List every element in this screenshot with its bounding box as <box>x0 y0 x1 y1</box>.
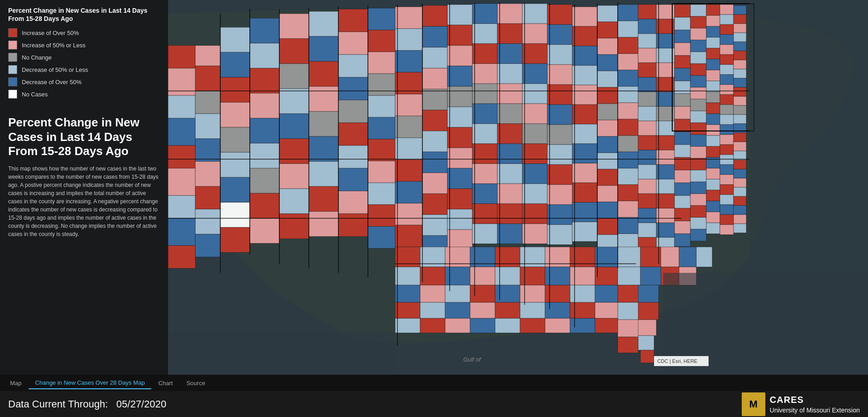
svg-rect-96 <box>422 194 447 215</box>
tab-chart[interactable]: Chart <box>152 377 179 389</box>
svg-rect-56 <box>338 32 368 55</box>
svg-rect-255 <box>690 16 706 28</box>
svg-rect-404 <box>570 318 595 333</box>
svg-rect-144 <box>522 184 547 204</box>
svg-rect-141 <box>522 124 547 144</box>
svg-rect-400 <box>470 318 495 333</box>
svg-rect-126 <box>497 64 522 84</box>
svg-rect-258 <box>690 52 706 64</box>
svg-rect-383 <box>495 285 520 302</box>
svg-rect-57 <box>338 55 368 77</box>
svg-rect-47 <box>309 36 338 61</box>
svg-rect-31 <box>250 93 279 118</box>
svg-rect-29 <box>250 43 279 68</box>
description: This map shows how the number of new cas… <box>8 165 160 238</box>
svg-rect-308 <box>720 135 734 145</box>
svg-rect-381 <box>445 285 470 302</box>
data-current-date: 05/27/2020 <box>116 398 166 410</box>
svg-rect-191 <box>618 86 638 103</box>
svg-rect-115 <box>472 84 497 104</box>
svg-rect-71 <box>368 139 395 161</box>
svg-rect-386 <box>570 285 595 302</box>
svg-rect-365 <box>595 267 618 285</box>
svg-rect-2 <box>168 68 195 95</box>
svg-rect-243 <box>675 106 690 119</box>
svg-rect-137 <box>522 44 547 64</box>
svg-rect-317 <box>720 225 734 235</box>
svg-rect-402 <box>520 318 545 333</box>
svg-rect-35 <box>250 193 279 218</box>
svg-rect-370 <box>618 285 640 302</box>
svg-rect-81 <box>395 116 422 138</box>
svg-rect-99 <box>447 5 472 25</box>
svg-rect-187 <box>618 21 638 37</box>
svg-rect-310 <box>720 155 734 165</box>
svg-rect-321 <box>734 33 746 42</box>
svg-rect-260 <box>690 75 706 87</box>
svg-rect-305 <box>720 105 734 115</box>
svg-rect-315 <box>720 205 734 215</box>
svg-rect-166 <box>572 144 597 163</box>
tab-source[interactable]: Source <box>180 377 211 389</box>
svg-rect-325 <box>734 69 746 78</box>
svg-rect-62 <box>338 168 368 191</box>
svg-rect-72 <box>368 161 395 183</box>
svg-rect-274 <box>706 5 720 15</box>
tab-change-in-new-cases-over-28-days-map[interactable]: Change in New Cases Over 28 Days Map <box>29 377 151 389</box>
legend-swatch <box>8 40 17 50</box>
svg-rect-208 <box>638 106 656 121</box>
svg-rect-21 <box>220 77 250 102</box>
svg-rect-124 <box>497 24 522 44</box>
svg-rect-227 <box>656 136 675 150</box>
svg-rect-101 <box>447 45 472 66</box>
svg-rect-73 <box>368 183 395 205</box>
svg-rect-108 <box>447 189 472 209</box>
svg-rect-293 <box>706 212 720 223</box>
svg-rect-128 <box>497 104 522 124</box>
svg-rect-337 <box>734 178 746 187</box>
svg-rect-119 <box>472 164 497 184</box>
svg-rect-360 <box>470 267 495 285</box>
svg-rect-371 <box>618 302 640 320</box>
svg-rect-194 <box>618 136 638 152</box>
svg-rect-271 <box>690 206 706 217</box>
svg-rect-353 <box>640 247 661 267</box>
svg-rect-403 <box>545 318 570 333</box>
legend-swatch <box>8 28 17 37</box>
svg-rect-135 <box>522 4 547 24</box>
svg-rect-230 <box>656 179 675 194</box>
svg-rect-203 <box>638 34 656 48</box>
svg-rect-127 <box>497 84 522 104</box>
svg-rect-401 <box>495 318 520 333</box>
svg-rect-15 <box>195 161 220 186</box>
svg-rect-306 <box>720 115 734 125</box>
svg-rect-44 <box>279 189 309 214</box>
svg-rect-397 <box>395 318 420 333</box>
svg-rect-87 <box>422 5 447 26</box>
svg-rect-148 <box>547 25 572 45</box>
svg-rect-251 <box>675 208 690 221</box>
svg-rect-51 <box>309 136 338 161</box>
svg-rect-390 <box>445 302 470 318</box>
svg-rect-373 <box>618 337 638 353</box>
svg-rect-162 <box>572 65 597 85</box>
svg-rect-42 <box>279 139 309 164</box>
tab-map[interactable]: Map <box>4 377 28 389</box>
svg-rect-192 <box>618 103 638 119</box>
svg-rect-358 <box>420 267 445 285</box>
svg-rect-190 <box>618 70 638 86</box>
svg-rect-83 <box>395 160 422 181</box>
svg-rect-394 <box>545 302 570 318</box>
svg-rect-266 <box>690 146 706 158</box>
svg-rect-178 <box>597 120 618 136</box>
svg-rect-151 <box>547 85 572 105</box>
svg-rect-304 <box>720 95 734 105</box>
legend-item: Decrease of 50% or Less <box>8 65 160 74</box>
svg-rect-395 <box>570 302 595 318</box>
svg-rect-237 <box>675 30 690 43</box>
svg-rect-359 <box>445 267 470 285</box>
svg-rect-283 <box>706 103 720 114</box>
svg-rect-53 <box>309 186 338 211</box>
svg-rect-396 <box>595 302 618 318</box>
svg-rect-82 <box>395 138 422 160</box>
